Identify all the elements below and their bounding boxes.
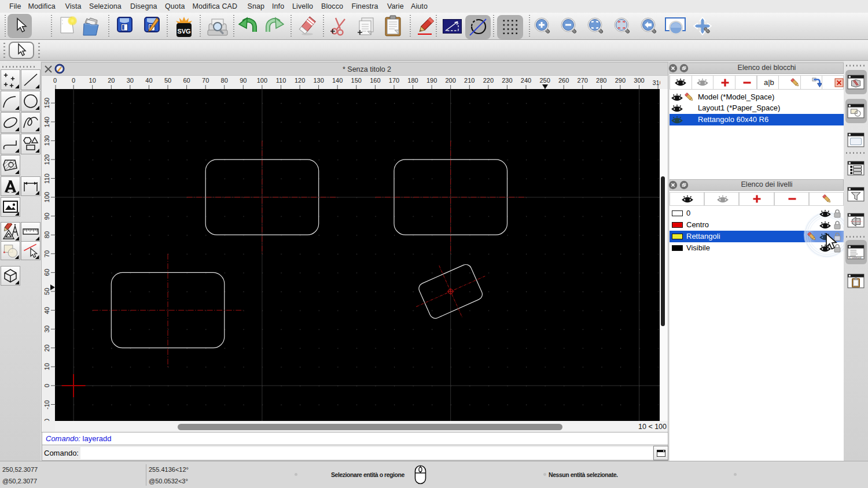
svg-text:SVG: SVG <box>177 28 190 35</box>
svg-text:C command: C command <box>849 257 861 259</box>
